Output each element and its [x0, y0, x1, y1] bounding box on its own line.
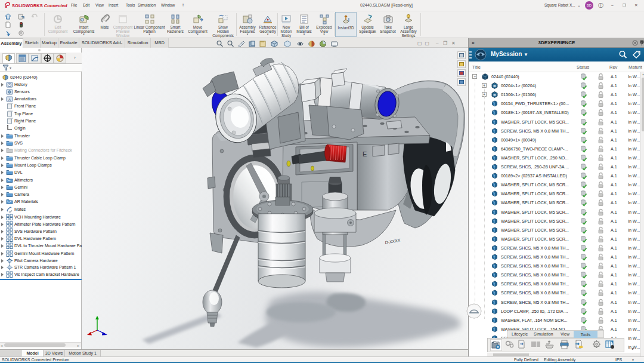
svg-text:A: A	[8, 98, 11, 101]
svg-text:D-XXXX: D-XXXX	[385, 238, 401, 245]
svg-text:E: E	[363, 150, 367, 158]
